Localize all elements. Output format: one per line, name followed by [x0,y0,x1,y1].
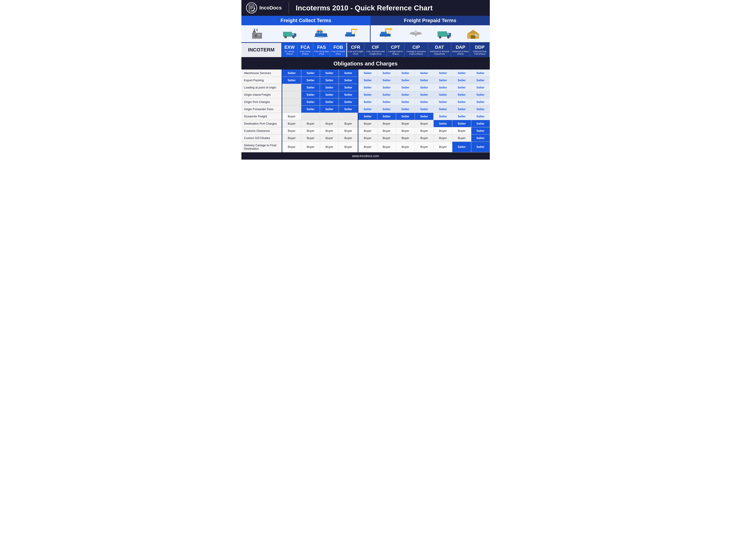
data-cell-0 [282,98,301,105]
row-label: Ocean/Air Freight [241,113,282,120]
data-cell-8: Seller [434,113,452,120]
data-cell-9: Buyer [452,127,471,134]
data-cell-7: Seller [415,98,434,105]
data-cell-5: Seller [377,84,396,91]
data-cell-9: Seller [452,70,471,77]
data-cell-7: Buyer [415,134,434,142]
data-cell-10: Seller [471,70,490,77]
data-cell-1: Seller [301,77,320,84]
row-label: Origin Port Charges [241,98,282,105]
data-cell-10: Seller [471,127,490,134]
data-cell-10: Seller [471,142,490,152]
logo: IncoDocs [246,2,282,14]
svg-point-16 [285,37,286,38]
row-label: Warehouse Services [241,70,282,77]
data-cell-10: Seller [471,84,490,91]
data-cell-7: Buyer [415,127,434,134]
incoterm-codes-table: EXWEx. Words (Place)FCAFree Carrier (Pla… [282,43,490,57]
collect-illustrations [241,25,371,42]
data-cell-3: Buyer [339,120,358,127]
svg-rect-22 [320,29,321,31]
svg-rect-21 [317,30,319,31]
data-cell-5: Buyer [377,142,396,152]
svg-rect-25 [321,32,323,34]
table-row: Origin Port ChargesSellerSellerSellerSel… [241,98,490,105]
data-cell-7: Seller [415,91,434,98]
table-row: Custom GST/DutiesBuyerBuyerBuyerBuyerBuy… [241,134,490,142]
data-cell-4: Buyer [358,142,377,152]
incoterm-code-cip: CIPCarriage & Insurance Paid to (Place) [404,43,428,57]
data-cell-4: Seller [358,84,377,91]
data-cell-7: Buyer [415,120,434,127]
data-cell-10: Seller [471,98,490,105]
data-cell-2: Seller [320,84,339,91]
data-cell-2 [320,113,339,120]
header-divider [288,2,289,14]
page-header: IncoDocs Incoterms 2010 - Quick Referenc… [241,0,490,16]
data-cell-9: Seller [452,113,471,120]
data-cell-9: Seller [452,77,471,84]
svg-rect-42 [415,35,417,37]
data-cell-10: Seller [471,113,490,120]
data-cell-0: Buyer [282,142,301,152]
logo-icon [246,2,257,14]
data-cell-5: Seller [377,70,396,77]
row-label: Destination Port Charges [241,120,282,127]
data-cell-6: Seller [396,84,415,91]
data-cell-8: Seller [434,77,452,84]
svg-rect-23 [316,32,317,34]
data-cell-3: Seller [339,91,358,98]
data-cell-2: Seller [320,91,339,98]
data-cell-6: Seller [396,105,415,113]
data-cell-4: Seller [358,77,377,84]
row-label: Delivery Cartage to Final Destination [241,142,282,152]
data-cell-2: Seller [320,105,339,113]
table-row: Customs ClearenceBuyerBuyerBuyerBuyerBuy… [241,127,490,134]
data-cell-1: Buyer [301,142,320,152]
data-cell-9: Seller [452,105,471,113]
svg-rect-6 [252,33,262,39]
row-label: Origin Inland Freight [241,91,282,98]
svg-marker-39 [414,29,418,33]
data-cell-2: Buyer [320,127,339,134]
large-crane-icon [379,28,395,40]
svg-rect-37 [381,32,387,34]
data-cell-8: Buyer [434,134,452,142]
data-cell-4: Seller [358,105,377,113]
data-cell-7: Seller [415,105,434,113]
freight-terms-banner: Freight Collect Terms Freight Prepaid Te… [241,16,490,25]
data-cell-6: Seller [396,98,415,105]
data-cell-4: Buyer [358,127,377,134]
data-cell-2: Seller [320,98,339,105]
data-cell-9: Seller [452,142,471,152]
data-cell-1 [301,113,320,120]
incoterm-code-exw: EXWEx. Words (Place) [282,43,297,57]
data-cell-7: Seller [415,113,434,120]
data-cell-4: Seller [358,113,377,120]
data-cell-7: Buyer [415,142,434,152]
prepaid-illustrations [371,25,490,42]
data-cell-6: Seller [396,113,415,120]
row-label: Custom GST/Duties [241,134,282,142]
data-cell-2: Seller [320,70,339,77]
svg-rect-53 [475,34,478,36]
data-cell-8: Seller [434,120,452,127]
page-title: Incoterms 2010 - Quick Reference Chart [296,4,433,12]
factory-icon [251,28,267,40]
data-cell-3: Seller [339,105,358,113]
data-cell-0: Buyer [282,134,301,142]
data-cell-7: Seller [415,70,434,77]
table-row: Loading at point of originSellerSellerSe… [241,84,490,91]
svg-rect-19 [315,33,327,36]
data-cell-0: Seller [282,77,301,84]
data-cell-2: Seller [320,77,339,84]
airplane-icon [408,28,424,40]
data-cell-9: Seller [452,98,471,105]
svg-point-47 [440,37,441,38]
data-cell-10: Seller [471,105,490,113]
svg-rect-30 [345,34,355,37]
warehouse-icon [465,28,481,40]
table-row: Delivery Cartage to Final DestinationBuy… [241,142,490,152]
data-cell-4: Seller [358,91,377,98]
data-cell-10: Seller [471,120,490,127]
